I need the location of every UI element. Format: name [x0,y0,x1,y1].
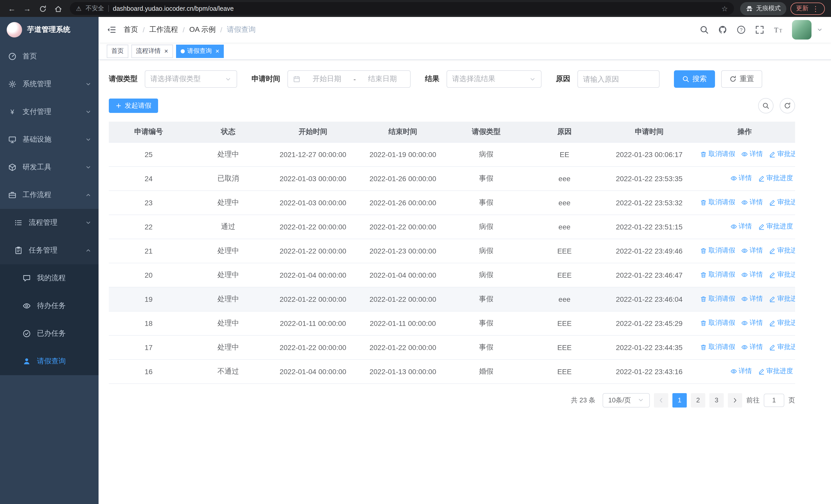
detail-action-link[interactable]: 详情 [730,367,752,376]
detail-action-link[interactable]: 详情 [741,270,763,279]
app-title: 芋道管理系统 [27,25,70,34]
cancel-action-link[interactable]: 取消请假 [700,198,735,207]
sidebar-item-workflow[interactable]: 工作流程 [0,181,98,209]
font-size-icon[interactable] [774,25,783,34]
page-size-select[interactable]: 10条/页 [603,393,650,407]
search-icon[interactable] [699,25,709,34]
cell-leave-type: 事假 [448,190,524,214]
github-icon[interactable] [718,25,727,34]
page-button-2[interactable]: 2 [691,393,705,407]
app-shell: 芋道管理系统 首页 系统管理 支付管理 [0,17,831,504]
prev-page-button[interactable] [654,393,668,407]
main-area: 首页 / 工作流程 / OA 示例 / 请假查询 [98,17,831,504]
cell-start-time: 2022-01-22 00:00:00 [268,239,358,263]
cell-actions: 取消请假详情审批进度 [694,190,795,214]
sidebar-item-devtools[interactable]: 研发工具 [0,153,98,181]
create-leave-button[interactable]: 发起请假 [109,98,158,113]
progress-action-link[interactable]: 审批进度 [769,343,795,352]
fullscreen-icon[interactable] [755,25,764,34]
progress-action-link[interactable]: 审批进度 [758,174,793,183]
cancel-action-link[interactable]: 取消请假 [700,343,735,352]
sidebar-item-leave-query[interactable]: 请假查询 [0,348,98,375]
close-icon[interactable]: × [215,48,219,54]
app-logo-image [7,22,22,37]
reset-button[interactable]: 重置 [721,70,762,88]
briefcase-icon [8,191,17,199]
page-button-1[interactable]: 1 [672,393,687,407]
browser-home-icon[interactable] [52,4,64,13]
progress-action-link[interactable]: 审批进度 [769,319,795,328]
refresh-table-button[interactable] [780,98,795,113]
detail-action-link[interactable]: 详情 [741,294,763,304]
dashboard-icon [8,52,17,61]
detail-action-link[interactable]: 详情 [741,150,763,159]
help-icon[interactable] [737,25,746,34]
detail-action-link[interactable]: 详情 [730,222,752,231]
result-select[interactable]: 请选择流结果 [447,70,542,88]
cancel-action-link[interactable]: 取消请假 [700,294,735,304]
user-avatar[interactable] [792,20,811,39]
incognito-label: 无痕模式 [756,4,781,13]
breadcrumb-item[interactable]: OA 示例 [190,25,216,34]
reload-icon[interactable] [37,4,48,13]
browser-toolbar: ← → ⚠ 不安全 dashboard.yudao.iocoder.cn/bpm… [0,0,831,17]
cancel-action-link[interactable]: 取消请假 [700,319,735,328]
apply-time-range-picker[interactable]: 开始日期 - 结束日期 [287,70,411,88]
cell-status: 通过 [189,214,268,239]
progress-action-link[interactable]: 审批进度 [758,222,793,231]
screen: ← → ⚠ 不安全 dashboard.yudao.iocoder.cn/bpm… [0,0,831,504]
browser-menu-icon[interactable]: ⋮ [812,4,819,12]
sidebar-item-home[interactable]: 首页 [0,42,98,70]
cancel-action-link[interactable]: 取消请假 [700,150,735,159]
tag-process-detail[interactable]: 流程详情 × [132,45,173,58]
chevron-down-icon [637,397,644,404]
update-chip[interactable]: 更新 ⋮ [791,2,825,14]
goto-page-input[interactable] [764,393,784,407]
reason-input[interactable] [577,70,660,88]
avatar-caret-down-icon[interactable] [816,27,823,33]
security-warning-icon[interactable]: ⚠ [76,5,82,12]
sidebar-item-system[interactable]: 系统管理 [0,70,98,98]
sidebar-item-label: 我的流程 [37,273,66,283]
sidebar-item-todo-tasks[interactable]: 待办任务 [0,292,98,320]
leave-type-select[interactable]: 请选择请假类型 [145,70,237,88]
forward-icon[interactable]: → [22,4,33,13]
cancel-action-link[interactable]: 取消请假 [700,246,735,255]
tag-leave-query[interactable]: 请假查询 × [176,45,224,58]
cell-end-time: 2022-01-23 00:00:00 [358,239,448,263]
sidebar-item-done-tasks[interactable]: 已办任务 [0,320,98,348]
next-page-button[interactable] [728,393,742,407]
bookmark-star-icon[interactable]: ☆ [721,4,728,12]
sidebar-item-task-management[interactable]: 任务管理 [0,237,98,264]
sidebar-item-payment[interactable]: 支付管理 [0,98,98,126]
progress-action-link[interactable]: 审批进度 [769,294,795,304]
close-icon[interactable]: × [164,48,168,54]
url-text[interactable]: dashboard.yudao.iocoder.cn/bpm/oa/leave [113,5,717,12]
cancel-action-link[interactable]: 取消请假 [700,270,735,279]
detail-action-link[interactable]: 详情 [741,319,763,328]
detail-action-link[interactable]: 详情 [741,246,763,255]
toggle-search-button[interactable] [758,98,774,113]
progress-action-link[interactable]: 审批进度 [769,270,795,279]
sidebar-item-process-management[interactable]: 流程管理 [0,209,98,237]
progress-action-link[interactable]: 审批进度 [769,246,795,255]
breadcrumb-item[interactable]: 工作流程 [149,25,178,34]
detail-action-link[interactable]: 详情 [730,174,752,183]
back-icon[interactable]: ← [6,4,18,13]
sidebar-item-infrastructure[interactable]: 基础设施 [0,126,98,153]
sidebar-collapse-icon[interactable] [107,25,116,34]
app-logo[interactable]: 芋道管理系统 [0,17,98,42]
security-warning-label[interactable]: 不安全 [86,4,104,13]
detail-action-link[interactable]: 详情 [741,343,763,352]
update-label[interactable]: 更新 [796,4,808,13]
breadcrumb-item[interactable]: 首页 [124,25,138,34]
search-button[interactable]: 搜索 [674,70,715,88]
progress-action-link[interactable]: 审批进度 [769,198,795,207]
page-button-3[interactable]: 3 [709,393,724,407]
sidebar-item-my-processes[interactable]: 我的流程 [0,264,98,292]
tag-home[interactable]: 首页 [107,45,128,58]
address-bar[interactable]: ⚠ 不安全 dashboard.yudao.iocoder.cn/bpm/oa/… [70,2,734,15]
progress-action-link[interactable]: 审批进度 [758,367,793,376]
detail-action-link[interactable]: 详情 [741,198,763,207]
progress-action-link[interactable]: 审批进度 [769,150,795,159]
